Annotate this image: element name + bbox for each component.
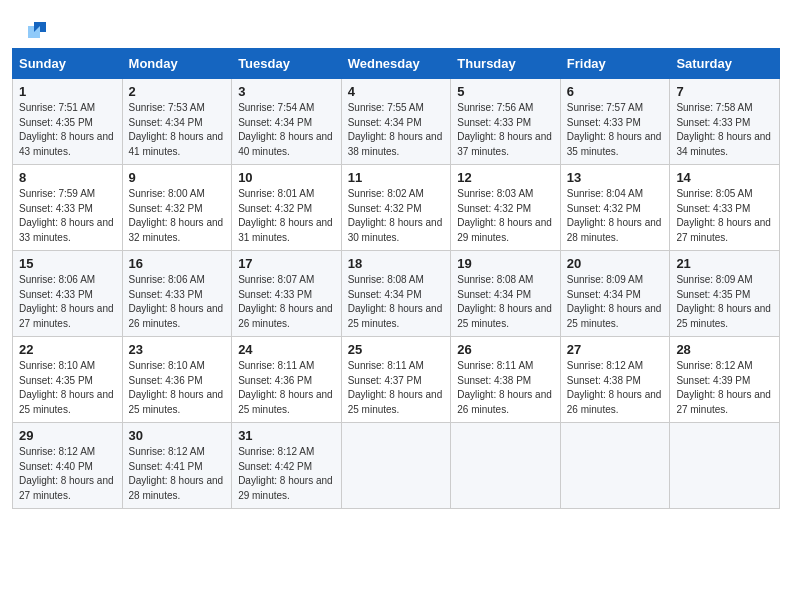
sunset-text: Sunset: 4:36 PM xyxy=(129,375,203,386)
day-number: 24 xyxy=(238,342,335,357)
sunset-text: Sunset: 4:37 PM xyxy=(348,375,422,386)
day-number: 8 xyxy=(19,170,116,185)
table-row: 8Sunrise: 7:59 AMSunset: 4:33 PMDaylight… xyxy=(13,165,123,251)
sunset-text: Sunset: 4:34 PM xyxy=(129,117,203,128)
daylight-text: Daylight: 8 hours and 27 minutes. xyxy=(19,475,114,501)
day-info: Sunrise: 8:09 AMSunset: 4:34 PMDaylight:… xyxy=(567,273,664,331)
day-info: Sunrise: 8:10 AMSunset: 4:35 PMDaylight:… xyxy=(19,359,116,417)
day-info: Sunrise: 7:57 AMSunset: 4:33 PMDaylight:… xyxy=(567,101,664,159)
page-header xyxy=(0,0,792,48)
sunset-text: Sunset: 4:32 PM xyxy=(238,203,312,214)
day-number: 10 xyxy=(238,170,335,185)
calendar-week-row: 8Sunrise: 7:59 AMSunset: 4:33 PMDaylight… xyxy=(13,165,780,251)
daylight-text: Daylight: 8 hours and 28 minutes. xyxy=(567,217,662,243)
calendar-header-tuesday: Tuesday xyxy=(232,49,342,79)
table-row: 5Sunrise: 7:56 AMSunset: 4:33 PMDaylight… xyxy=(451,79,561,165)
day-info: Sunrise: 8:11 AMSunset: 4:36 PMDaylight:… xyxy=(238,359,335,417)
daylight-text: Daylight: 8 hours and 29 minutes. xyxy=(457,217,552,243)
daylight-text: Daylight: 8 hours and 25 minutes. xyxy=(567,303,662,329)
table-row: 19Sunrise: 8:08 AMSunset: 4:34 PMDayligh… xyxy=(451,251,561,337)
day-number: 13 xyxy=(567,170,664,185)
sunrise-text: Sunrise: 7:53 AM xyxy=(129,102,205,113)
calendar-header-thursday: Thursday xyxy=(451,49,561,79)
day-number: 30 xyxy=(129,428,226,443)
sunrise-text: Sunrise: 8:01 AM xyxy=(238,188,314,199)
day-info: Sunrise: 8:10 AMSunset: 4:36 PMDaylight:… xyxy=(129,359,226,417)
calendar-header-saturday: Saturday xyxy=(670,49,780,79)
sunrise-text: Sunrise: 8:11 AM xyxy=(238,360,314,371)
day-info: Sunrise: 7:51 AMSunset: 4:35 PMDaylight:… xyxy=(19,101,116,159)
day-number: 7 xyxy=(676,84,773,99)
sunrise-text: Sunrise: 8:06 AM xyxy=(19,274,95,285)
day-info: Sunrise: 8:06 AMSunset: 4:33 PMDaylight:… xyxy=(129,273,226,331)
day-info: Sunrise: 8:11 AMSunset: 4:37 PMDaylight:… xyxy=(348,359,445,417)
sunrise-text: Sunrise: 8:11 AM xyxy=(348,360,424,371)
sunrise-text: Sunrise: 7:51 AM xyxy=(19,102,95,113)
sunrise-text: Sunrise: 8:10 AM xyxy=(19,360,95,371)
sunset-text: Sunset: 4:32 PM xyxy=(348,203,422,214)
table-row: 18Sunrise: 8:08 AMSunset: 4:34 PMDayligh… xyxy=(341,251,451,337)
daylight-text: Daylight: 8 hours and 25 minutes. xyxy=(238,389,333,415)
table-row: 17Sunrise: 8:07 AMSunset: 4:33 PMDayligh… xyxy=(232,251,342,337)
daylight-text: Daylight: 8 hours and 25 minutes. xyxy=(457,303,552,329)
sunrise-text: Sunrise: 8:00 AM xyxy=(129,188,205,199)
table-row xyxy=(560,423,670,509)
calendar-week-row: 1Sunrise: 7:51 AMSunset: 4:35 PMDaylight… xyxy=(13,79,780,165)
day-number: 22 xyxy=(19,342,116,357)
day-number: 9 xyxy=(129,170,226,185)
calendar-header-monday: Monday xyxy=(122,49,232,79)
sunset-text: Sunset: 4:32 PM xyxy=(567,203,641,214)
daylight-text: Daylight: 8 hours and 26 minutes. xyxy=(457,389,552,415)
sunrise-text: Sunrise: 8:11 AM xyxy=(457,360,533,371)
daylight-text: Daylight: 8 hours and 25 minutes. xyxy=(676,303,771,329)
daylight-text: Daylight: 8 hours and 40 minutes. xyxy=(238,131,333,157)
daylight-text: Daylight: 8 hours and 43 minutes. xyxy=(19,131,114,157)
day-number: 29 xyxy=(19,428,116,443)
day-number: 6 xyxy=(567,84,664,99)
sunset-text: Sunset: 4:34 PM xyxy=(567,289,641,300)
sunrise-text: Sunrise: 7:54 AM xyxy=(238,102,314,113)
sunset-text: Sunset: 4:33 PM xyxy=(567,117,641,128)
calendar-wrapper: SundayMondayTuesdayWednesdayThursdayFrid… xyxy=(0,48,792,521)
sunset-text: Sunset: 4:33 PM xyxy=(19,203,93,214)
day-number: 4 xyxy=(348,84,445,99)
day-info: Sunrise: 8:08 AMSunset: 4:34 PMDaylight:… xyxy=(348,273,445,331)
table-row: 30Sunrise: 8:12 AMSunset: 4:41 PMDayligh… xyxy=(122,423,232,509)
daylight-text: Daylight: 8 hours and 27 minutes. xyxy=(676,389,771,415)
sunset-text: Sunset: 4:33 PM xyxy=(129,289,203,300)
daylight-text: Daylight: 8 hours and 27 minutes. xyxy=(676,217,771,243)
day-info: Sunrise: 8:07 AMSunset: 4:33 PMDaylight:… xyxy=(238,273,335,331)
day-number: 15 xyxy=(19,256,116,271)
day-info: Sunrise: 8:11 AMSunset: 4:38 PMDaylight:… xyxy=(457,359,554,417)
sunset-text: Sunset: 4:41 PM xyxy=(129,461,203,472)
table-row: 20Sunrise: 8:09 AMSunset: 4:34 PMDayligh… xyxy=(560,251,670,337)
sunset-text: Sunset: 4:34 PM xyxy=(457,289,531,300)
table-row: 27Sunrise: 8:12 AMSunset: 4:38 PMDayligh… xyxy=(560,337,670,423)
daylight-text: Daylight: 8 hours and 27 minutes. xyxy=(19,303,114,329)
table-row xyxy=(451,423,561,509)
table-row: 28Sunrise: 8:12 AMSunset: 4:39 PMDayligh… xyxy=(670,337,780,423)
day-info: Sunrise: 8:12 AMSunset: 4:41 PMDaylight:… xyxy=(129,445,226,503)
day-number: 18 xyxy=(348,256,445,271)
sunrise-text: Sunrise: 7:58 AM xyxy=(676,102,752,113)
day-number: 16 xyxy=(129,256,226,271)
day-number: 19 xyxy=(457,256,554,271)
sunrise-text: Sunrise: 8:04 AM xyxy=(567,188,643,199)
table-row: 21Sunrise: 8:09 AMSunset: 4:35 PMDayligh… xyxy=(670,251,780,337)
table-row: 1Sunrise: 7:51 AMSunset: 4:35 PMDaylight… xyxy=(13,79,123,165)
day-info: Sunrise: 8:12 AMSunset: 4:39 PMDaylight:… xyxy=(676,359,773,417)
day-number: 5 xyxy=(457,84,554,99)
day-number: 2 xyxy=(129,84,226,99)
daylight-text: Daylight: 8 hours and 41 minutes. xyxy=(129,131,224,157)
sunset-text: Sunset: 4:33 PM xyxy=(238,289,312,300)
day-info: Sunrise: 8:09 AMSunset: 4:35 PMDaylight:… xyxy=(676,273,773,331)
sunset-text: Sunset: 4:33 PM xyxy=(676,203,750,214)
sunrise-text: Sunrise: 8:12 AM xyxy=(567,360,643,371)
table-row: 6Sunrise: 7:57 AMSunset: 4:33 PMDaylight… xyxy=(560,79,670,165)
sunrise-text: Sunrise: 7:59 AM xyxy=(19,188,95,199)
day-info: Sunrise: 8:12 AMSunset: 4:38 PMDaylight:… xyxy=(567,359,664,417)
daylight-text: Daylight: 8 hours and 38 minutes. xyxy=(348,131,443,157)
day-info: Sunrise: 8:06 AMSunset: 4:33 PMDaylight:… xyxy=(19,273,116,331)
sunrise-text: Sunrise: 8:12 AM xyxy=(676,360,752,371)
daylight-text: Daylight: 8 hours and 29 minutes. xyxy=(238,475,333,501)
